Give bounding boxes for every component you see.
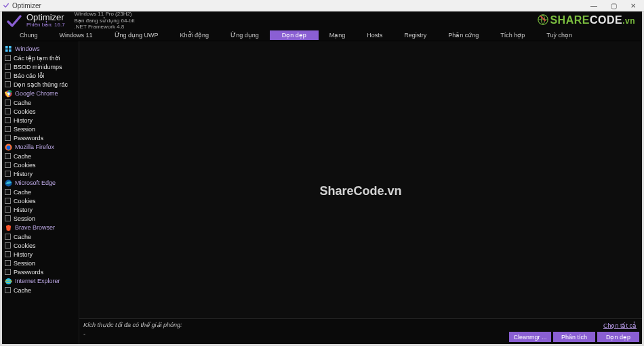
sidebar-item-cookies[interactable]: Cookies (2, 196, 79, 205)
sidebar-item-cache[interactable]: Cache (2, 98, 79, 107)
checkbox[interactable] (5, 153, 11, 159)
sidebar-group-google-chrome: Google Chrome (2, 89, 79, 98)
checkbox[interactable] (5, 72, 11, 79)
sidebar-item-passwords[interactable]: Passwords (2, 133, 79, 142)
sidebar-item-label: Các tệp tạm thời (14, 55, 60, 62)
sidebar-item-báo-cáo-lỗi[interactable]: Báo cáo lỗi (2, 71, 79, 80)
sidebar-item-label: Cache (14, 100, 31, 106)
sidebar-item-cookies[interactable]: Cookies (2, 107, 79, 116)
footer-button-ph-n-t-ch[interactable]: Phân tích (553, 332, 595, 342)
tab-windows-11[interactable]: Windows 11 (49, 30, 104, 40)
sidebar-item-cache[interactable]: Cache (2, 286, 79, 295)
sidebar-group-label: Google Chrome (15, 90, 58, 97)
footer-button-cleanmgr-[interactable]: Cleanmgr ... (509, 332, 551, 342)
sidebar-item-label: History (14, 251, 33, 258)
checkbox[interactable] (5, 234, 11, 240)
footer-button-d-n-d-p[interactable]: Dọn dẹp (597, 332, 639, 342)
sidebar-group-label: Mozilla Firefox (15, 144, 54, 150)
sidebar-item-label: Báo cáo lỗi (14, 72, 45, 79)
sidebar-item-history[interactable]: History (2, 116, 79, 125)
sidebar-group-microsoft-edge: Microsoft Edge (2, 178, 79, 188)
sidebar-item-label: Session (14, 215, 35, 222)
sidebar-group-mozilla-firefox: Mozilla Firefox (2, 142, 79, 152)
windows-icon (5, 45, 12, 53)
checkbox[interactable] (5, 242, 11, 248)
app-titlebar-icon (3, 2, 9, 9)
window-close-button[interactable]: ✕ (630, 2, 636, 9)
sidebar-item-dọn-sạch-thùng-rác[interactable]: Dọn sạch thùng rác (2, 80, 79, 89)
sidebar-item-history[interactable]: History (2, 169, 79, 178)
sidebar-item-label: Session (14, 260, 35, 267)
window-maximize-button[interactable]: ▢ (611, 2, 617, 9)
tab-tích-hợp[interactable]: Tích hợp (489, 30, 536, 40)
window-title: Optimizer (12, 2, 41, 9)
sidebar-item-cache[interactable]: Cache (2, 232, 79, 241)
sidebar-item-label: History (14, 171, 33, 177)
sidebar-item-session[interactable]: Session (2, 125, 79, 133)
tab-khởi-động[interactable]: Khởi động (169, 30, 220, 40)
tab-ứng-dụng-uwp[interactable]: Ứng dụng UWP (104, 30, 169, 40)
sidebar-item-label: Cache (14, 234, 31, 240)
tab-tuỳ-chọn[interactable]: Tuỳ chọn (536, 30, 583, 40)
checkbox[interactable] (5, 260, 11, 266)
sidebar-item-cache[interactable]: Cache (2, 152, 79, 160)
sidebar-item-cookies[interactable]: Cookies (2, 160, 79, 169)
sidebar-item-cookies[interactable]: Cookies (2, 241, 79, 250)
edge-icon (5, 179, 12, 187)
sidebar-item-session[interactable]: Session (2, 259, 79, 267)
select-all-link[interactable]: Chọn tất cả (603, 322, 637, 329)
checkbox[interactable] (5, 55, 11, 61)
checkbox[interactable] (5, 64, 11, 70)
sidebar-item-bsod-minidumps[interactable]: BSOD minidumps (2, 62, 79, 71)
sidebar-item-history[interactable]: History (2, 250, 79, 259)
cleanup-sidebar: WindowsCác tệp tạm thờiBSOD minidumpsBáo… (2, 41, 79, 344)
checkbox[interactable] (5, 117, 11, 123)
sidebar-item-label: BSOD minidumps (14, 64, 62, 70)
os-info-line: Windows 11 Pro (23H2) (75, 11, 135, 18)
sidebar-group-label: Brave Browser (15, 224, 55, 231)
checkbox[interactable] (5, 126, 11, 132)
sidebar-item-label: Session (14, 126, 35, 133)
checkbox[interactable] (5, 207, 11, 213)
svg-rect-4 (9, 49, 12, 51)
checkbox[interactable] (5, 189, 11, 195)
sidebar-item-history[interactable]: History (2, 205, 79, 214)
checkbox[interactable] (5, 198, 11, 204)
window-minimize-button[interactable]: — (590, 2, 597, 9)
main-panel: ShareCode.vn Copyright © ShareCode.vn Kí… (79, 41, 642, 344)
checkbox[interactable] (5, 287, 11, 293)
checkbox[interactable] (5, 269, 11, 275)
tab-hosts[interactable]: Hosts (356, 30, 393, 40)
checkbox[interactable] (5, 135, 11, 141)
checkbox[interactable] (5, 108, 11, 114)
checkbox[interactable] (5, 215, 11, 221)
max-size-value: - (83, 330, 85, 337)
sidebar-item-label: Passwords (14, 135, 43, 142)
app-version: Phiên bản: 16.7 (26, 22, 65, 28)
tab-registry[interactable]: Registry (393, 30, 437, 40)
sidebar-item-passwords[interactable]: Passwords (2, 267, 79, 276)
tab-dọn-dẹp[interactable]: Dọn dẹp (270, 30, 319, 40)
app-header: Optimizer Phiên bản: 16.7 Windows 11 Pro… (2, 12, 642, 30)
watermark-center: ShareCode.vn (319, 184, 401, 198)
checkbox[interactable] (5, 81, 11, 87)
sidebar-group-internet-explorer: Internet Explorer (2, 276, 79, 286)
tab-mạng[interactable]: Mạng (319, 30, 357, 40)
checkbox[interactable] (5, 100, 11, 106)
tab-bar: ChungWindows 11Ứng dụng UWPKhởi độngỨng … (2, 30, 642, 41)
brand-watermark: SHARECODE.vn (537, 14, 635, 26)
sidebar-group-label: Internet Explorer (15, 278, 60, 284)
ie-icon (5, 278, 12, 285)
checkbox[interactable] (5, 162, 11, 168)
checkbox[interactable] (5, 251, 11, 257)
sidebar-item-cache[interactable]: Cache (2, 188, 79, 196)
sidebar-item-session[interactable]: Session (2, 214, 79, 223)
svg-point-9 (7, 146, 11, 150)
tab-chung[interactable]: Chung (9, 30, 49, 40)
tab-phần-cứng[interactable]: Phần cứng (437, 30, 489, 40)
tab-ứng-dụng[interactable]: Ứng dụng (220, 30, 270, 40)
checkbox[interactable] (5, 171, 11, 177)
sidebar-item-label: Cookies (14, 108, 36, 115)
svg-rect-2 (9, 45, 12, 48)
sidebar-item-các-tệp-tạm-thời[interactable]: Các tệp tạm thời (2, 53, 79, 62)
